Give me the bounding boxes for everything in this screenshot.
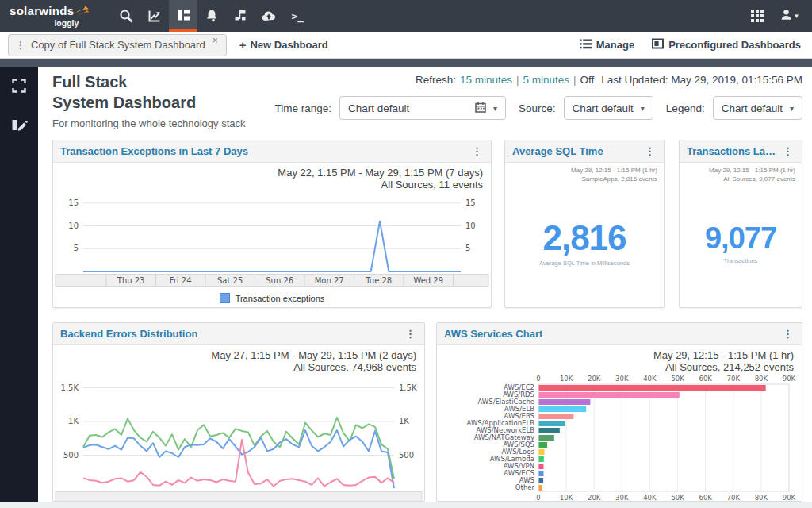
line-chart: 5005001K1K1.5K1.5K [53,374,424,502]
svg-text:80K: 80K [755,375,768,383]
svg-text:80K: 80K [755,494,768,502]
svg-text:Tue 28: Tue 28 [365,276,392,285]
big-number-value: 9,077 [680,221,802,256]
svg-text:50K: 50K [671,494,684,502]
legend-select[interactable]: Chart default ▾ [713,96,802,120]
top-nav: solarwinds loggly >_ [0,0,812,32]
chevron-down-icon: ▾ [641,104,645,113]
panel-menu-icon[interactable]: ⋮ [643,145,657,157]
svg-text:500: 500 [399,451,414,460]
panel-title: Transaction Exceptions in Last 7 Days [60,145,248,157]
tab-drag-icon[interactable]: ⋮ [16,40,25,51]
cloud-archive-icon[interactable] [255,0,283,32]
new-dashboard-button[interactable]: + New Dashboard [239,38,328,52]
refresh-5-link[interactable]: 5 minutes [523,74,570,86]
svg-text:Thu 23: Thu 23 [117,276,145,285]
panel-title: AWS Services Chart [444,328,542,340]
source-setup-icon[interactable] [226,0,255,32]
user-icon [779,8,793,25]
time-range-select[interactable]: Chart default ▾ [339,96,506,120]
svg-text:5: 5 [74,244,79,252]
svg-text:0: 0 [536,494,540,502]
svg-text:1.5K: 1.5K [399,383,417,392]
panel-menu-icon[interactable]: ⋮ [404,328,417,340]
dashboard-tab[interactable]: ⋮ Copy of Full Stack System Dashboard × [8,34,227,56]
chevron-down-icon: ▾ [790,104,794,113]
legend-label: Legend: [666,102,705,114]
svg-text:1K: 1K [68,417,79,425]
svg-text:0: 0 [536,375,540,383]
svg-text:50K: 50K [671,375,684,383]
panel-title: Average SQL Time [512,145,603,157]
preconfigured-dashboard-icon [652,38,664,52]
svg-text:10K: 10K [560,494,573,502]
tab-close-icon[interactable]: × [213,35,218,46]
manage-button[interactable]: Manage [580,39,634,52]
alerts-bell-icon[interactable] [197,0,226,32]
user-menu[interactable]: ▾ [777,0,801,32]
svg-text:Sun 26: Sun 26 [266,276,293,285]
panel-transaction-exceptions: Transaction Exceptions in Last 7 Days ⋮ … [52,140,492,308]
svg-text:10K: 10K [560,375,573,383]
svg-text:1K: 1K [399,417,409,425]
svg-text:1.5K: 1.5K [61,383,79,392]
page-subtitle: For monitoring the whole technology stac… [52,117,246,129]
bottom-strip [0,502,812,508]
chart-controls: Time range: Chart default ▾ Source: Char… [270,96,802,120]
refresh-controls: Refresh: 15 minutes | 5 minutes | Off La… [416,74,802,86]
svg-text:15: 15 [465,198,476,207]
calendar-icon [475,102,486,115]
panel-menu-icon[interactable]: ⋮ [781,145,795,157]
primary-nav: >_ [112,0,312,32]
svg-text:5: 5 [465,244,470,252]
svg-text:70K: 70K [727,375,741,383]
svg-text:10: 10 [465,221,476,230]
panel-menu-icon[interactable]: ⋮ [781,328,795,340]
dashboards-icon[interactable] [169,0,197,32]
brand-sub-text: loggly [10,19,90,28]
terminal-icon[interactable]: >_ [283,0,312,32]
manage-list-icon [580,39,592,52]
preconfigured-dashboards-button[interactable]: Preconfigured Dashboards [652,38,801,52]
apps-grid-icon[interactable] [745,0,769,32]
refresh-off-option[interactable]: Off [580,74,595,86]
refresh-15-link[interactable]: 15 minutes [460,74,512,86]
chart-subtitle: May 27, 1:15 PM - May 29, 1:15 PM (2 day… [53,345,424,374]
svg-text:Sat 25: Sat 25 [217,276,243,285]
bar-chart: 0010K10K20K20K30K30K40K40K50K50K60K60K70… [437,374,802,502]
page-title: Full Stack System Dashboard [52,71,196,113]
svg-text:Wed 29: Wed 29 [413,276,443,285]
panel-menu-icon[interactable]: ⋮ [470,145,484,157]
search-icon[interactable] [112,0,140,32]
time-range-label: Time range: [274,102,331,114]
charts-icon[interactable] [140,0,169,32]
line-chart: 5510101515Thu 23Fri 24Sat 25Sun 26Mon 27… [53,191,491,291]
svg-text:15: 15 [68,198,79,207]
chart-subtitle: May 29, 12:15 - 1:15 PM (1 hr) SampleApp… [505,163,664,183]
fullscreen-icon[interactable] [11,78,27,97]
panel-transactions: Transactions Last... ⋮ May 29, 12:15 - 1… [679,140,802,308]
chevron-down-icon: ▾ [493,104,497,113]
dashboard-content: Full Stack System Dashboard For monitori… [38,67,812,508]
solarwinds-loggly-logo[interactable]: solarwinds loggly [0,0,101,32]
svg-text:60K: 60K [699,494,713,502]
chart-subtitle: May 29, 12:15 - 1:15 PM (1 hr) All Sourc… [680,163,802,183]
tab-label: Copy of Full Stack System Dashboard [31,39,205,51]
svg-text:30K: 30K [615,494,629,502]
last-updated-text: Last Updated: May 29, 2019, 01:15:56 PM [601,74,802,86]
chart-subtitle: May 22, 1:15 PM - May 29, 1:15 PM (7 day… [53,163,491,191]
svg-text:10: 10 [68,221,79,230]
panel-aws-services: AWS Services Chart ⋮ May 29, 12:15 - 1:1… [436,322,802,502]
svg-text:70K: 70K [727,494,741,502]
svg-text:90K: 90K [783,494,796,502]
svg-text:Mon 27: Mon 27 [315,276,344,285]
panel-backend-errors: Backend Errors Distribution ⋮ May 27, 1:… [52,322,425,502]
edit-dashboard-icon[interactable] [11,117,28,137]
source-select[interactable]: Chart default ▾ [564,96,653,120]
svg-text:40K: 40K [643,375,657,383]
panel-title: Backend Errors Distribution [60,328,197,340]
svg-text:500: 500 [63,451,79,460]
chart-legend-item[interactable]: Transaction exceptions [53,291,491,303]
svg-text:Other: Other [515,483,535,491]
svg-text:30K: 30K [615,375,629,383]
